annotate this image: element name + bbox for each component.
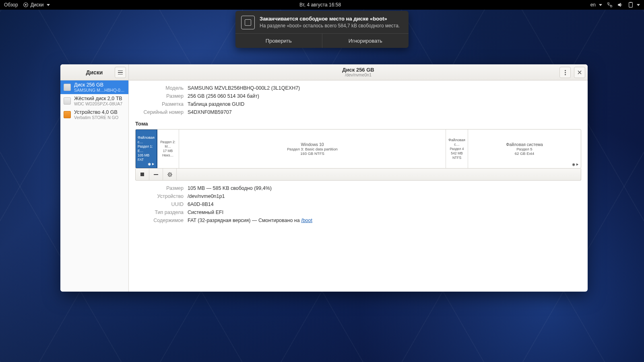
- device-item[interactable]: Диск 256 GB SAMSUNG M…HBHQ-000L2: [60, 80, 128, 94]
- power-menu-button[interactable]: [628, 2, 640, 8]
- label-vol-content: Содержимое: [135, 218, 184, 223]
- battery-icon: [628, 2, 634, 8]
- app-menu-button[interactable]: Диски: [23, 2, 50, 8]
- device-sub: WDC WD20SPZX-08UA7: [74, 101, 122, 106]
- drive-icon: [64, 97, 71, 105]
- device-name: Устройство 4,0 GB: [74, 109, 118, 115]
- page-subtitle: /dev/nvme0n1: [342, 72, 374, 78]
- volume-seg-size: 105 MB FAT: [138, 153, 156, 162]
- volume-seg-title: Файловая с…: [138, 136, 156, 144]
- volume-seg-size: 62 GB Ext4: [515, 151, 535, 156]
- volume-seg-sub: Раздел 2: M…: [158, 140, 178, 149]
- volume-seg-title: Файловая с…: [447, 138, 467, 147]
- more-options-button[interactable]: [163, 169, 177, 180]
- label-vol-size: Размер: [135, 185, 184, 191]
- svg-line-12: [168, 173, 168, 173]
- notification-title: Заканчивается свободное место на диске «…: [260, 16, 400, 22]
- value-vol-ptype: Системный EFI: [188, 210, 581, 215]
- speaker-icon: [617, 2, 623, 8]
- stop-icon: [140, 173, 144, 176]
- label-partitioning: Разметка: [135, 101, 184, 107]
- volume-segment[interactable]: Раздел 2: M…17 MB Неиз…: [157, 130, 179, 168]
- low-disk-space-notification: Заканчивается свободное место на диске «…: [235, 11, 409, 48]
- volume-seg-sub: Раздел 3: Basic data partition: [287, 147, 337, 151]
- svg-rect-3: [611, 6, 612, 7]
- label-size: Размер: [135, 93, 184, 99]
- disks-icon: [23, 2, 29, 8]
- clock-button[interactable]: Вт, 4 августа 16:58: [299, 2, 341, 8]
- svg-rect-2: [608, 3, 609, 4]
- volume-seg-size: 193 GB NTFS: [300, 151, 324, 156]
- close-icon: [577, 70, 582, 75]
- drive-menu-button[interactable]: [559, 67, 571, 78]
- hamburger-menu-button[interactable]: [115, 67, 126, 78]
- device-item[interactable]: Жёсткий диск 2,0 ТB WDC WD20SPZX-08UA7: [60, 94, 128, 108]
- delete-partition-button[interactable]: [149, 169, 163, 180]
- mount-point-link[interactable]: /boot: [301, 218, 312, 223]
- caret-down-icon: [599, 4, 602, 6]
- input-language-label: en: [590, 2, 596, 8]
- drive-icon: [64, 111, 71, 118]
- caret-down-icon: [47, 4, 50, 6]
- notification-check-button[interactable]: Проверить: [235, 34, 322, 48]
- volume-seg-title: Windows 10: [301, 142, 324, 147]
- value-partitioning: Таблица разделов GUID: [188, 101, 581, 107]
- device-name: Диск 256 GB: [74, 82, 125, 88]
- network-icon[interactable]: [607, 2, 613, 8]
- value-serial: S4DXNF0MB59707: [188, 109, 581, 115]
- volumes-section-title: Тома: [135, 121, 581, 127]
- label-vol-ptype: Тип раздела: [135, 210, 184, 215]
- caret-down-icon: [637, 4, 640, 6]
- drive-icon: [64, 84, 71, 91]
- disk-icon: [241, 16, 255, 29]
- sidebar-header: Диски: [60, 64, 128, 80]
- volume-toolbar: [135, 169, 581, 181]
- volume-seg-sub: Раздел 4: [450, 147, 464, 151]
- volume-seg-sub: Раздел 1: E…: [138, 144, 156, 153]
- svg-line-14: [171, 173, 171, 173]
- value-vol-device: /dev/nvme0n1p1: [188, 193, 581, 199]
- volume-seg-size: 17 MB Неиз…: [158, 149, 178, 158]
- notification-message: На разделе «boot» осталось всего 584,7 k…: [260, 23, 400, 29]
- label-vol-uuid: UUID: [135, 202, 184, 207]
- volume-icon[interactable]: [617, 2, 623, 8]
- volume-seg-sub: Раздел 5: [516, 147, 532, 151]
- volume-segment[interactable]: Windows 10Раздел 3: Basic data partition…: [179, 130, 446, 168]
- volume-seg-size: 542 MB NTFS: [447, 151, 467, 160]
- value-size: 256 GB (256 060 514 304 байт): [188, 93, 581, 99]
- volume-info-grid: Размер 105 MB — 585 KB свободно (99,4%) …: [135, 185, 581, 223]
- value-vol-content-text: FAT (32-разрядная версия) — Смонтировано…: [188, 218, 301, 223]
- device-item[interactable]: Устройство 4,0 GB Verbatim STORE N GO: [60, 108, 128, 121]
- volume-segment[interactable]: Файловая системаРаздел 562 GB Ext4✱: [468, 130, 581, 168]
- drive-info-grid: Модель SAMSUNG MZVLB256HBHQ-000L2 (3L1QE…: [135, 85, 581, 115]
- volume-gear-icon: ✱: [148, 162, 154, 167]
- gnome-disks-window: Диски Диск 256 GB SAMSUNG M…HBHQ-000L2 Ж…: [60, 64, 588, 292]
- device-sub: Verbatim STORE N GO: [74, 115, 118, 120]
- main-header: Диск 256 GB /dev/nvme0n1: [129, 64, 588, 80]
- gear-icon: [167, 172, 173, 177]
- device-sub: SAMSUNG M…HBHQ-000L2: [74, 88, 125, 93]
- unmount-button[interactable]: [136, 169, 149, 180]
- volume-segment[interactable]: Файловая с…Раздел 1: E…105 MB FAT✱: [135, 129, 157, 169]
- label-model: Модель: [135, 85, 184, 91]
- volumes-grid: Файловая с…Раздел 1: E…105 MB FAT✱Раздел…: [135, 129, 581, 169]
- close-button[interactable]: [574, 67, 585, 78]
- gnome-topbar: Обзор Диски Вт, 4 августа 16:58 en: [0, 0, 644, 10]
- volume-gear-icon: ✱: [572, 162, 578, 167]
- device-sidebar: Диски Диск 256 GB SAMSUNG M…HBHQ-000L2 Ж…: [60, 64, 129, 292]
- app-menu-label: Диски: [31, 2, 44, 8]
- value-model: SAMSUNG MZVLB256HBHQ-000L2 (3L1QEXH7): [188, 85, 581, 91]
- network-wired-icon: [607, 2, 613, 8]
- svg-line-15: [168, 175, 168, 176]
- volume-seg-title: Файловая система: [506, 142, 543, 147]
- label-vol-device: Устройство: [135, 193, 184, 199]
- label-serial: Серийный номер: [135, 109, 184, 115]
- device-name: Жёсткий диск 2,0 ТB: [74, 96, 122, 101]
- minus-icon: [154, 174, 158, 175]
- value-vol-size: 105 MB — 585 KB свободно (99,4%): [188, 185, 581, 191]
- activities-button[interactable]: Обзор: [4, 2, 18, 8]
- svg-point-1: [25, 4, 26, 6]
- input-language-button[interactable]: en: [590, 2, 602, 8]
- volume-segment[interactable]: Файловая с…Раздел 4542 MB NTFS: [446, 130, 468, 168]
- notification-ignore-button[interactable]: Игнорировать: [322, 34, 409, 48]
